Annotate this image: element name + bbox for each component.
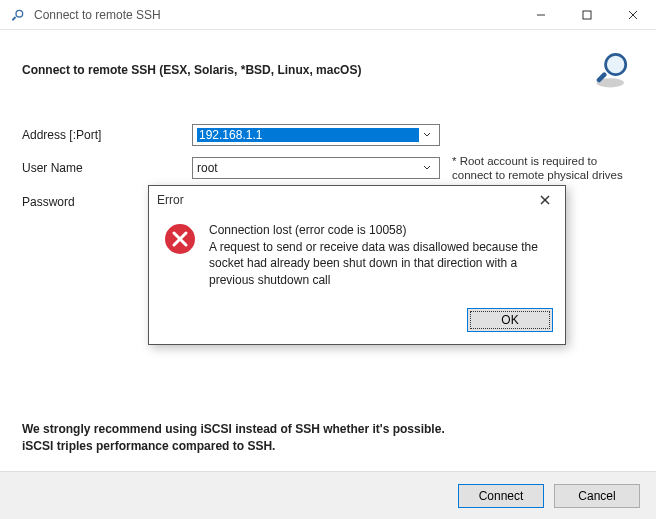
error-text: Connection lost (error code is 10058) A …: [209, 222, 551, 288]
error-heading: Connection lost (error code is 10058): [209, 222, 551, 239]
error-message: A request to send or receive data was di…: [209, 239, 551, 289]
close-icon: [540, 195, 550, 205]
error-dialog: Error Connection lost (error code is 100…: [148, 185, 566, 345]
error-footer: OK: [149, 302, 565, 344]
error-title: Error: [157, 193, 184, 207]
error-ok-button[interactable]: OK: [467, 308, 553, 332]
error-titlebar: Error: [149, 186, 565, 214]
error-icon: [163, 222, 197, 256]
modal-overlay: Error Connection lost (error code is 100…: [0, 0, 656, 519]
error-body: Connection lost (error code is 10058) A …: [149, 214, 565, 302]
error-close-button[interactable]: [533, 190, 557, 210]
